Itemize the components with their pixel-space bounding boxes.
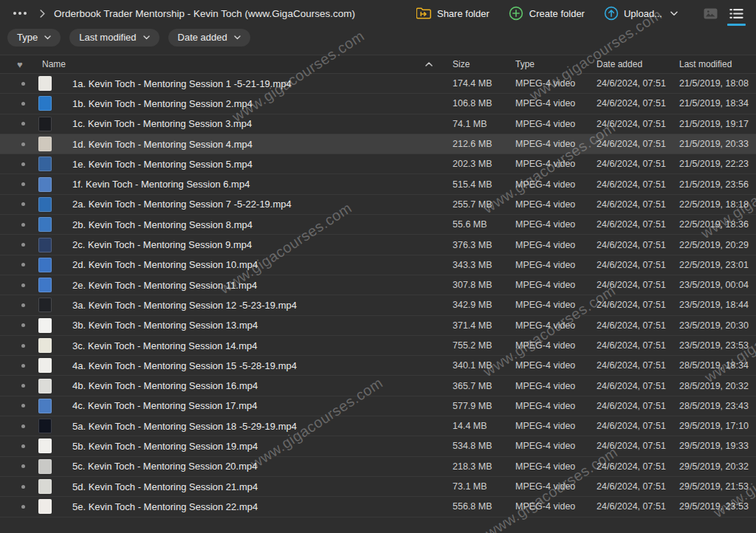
file-size: 515.4 MB <box>441 179 509 190</box>
file-size: 577.9 MB <box>441 401 509 411</box>
file-type: MPEG-4 video <box>509 340 591 351</box>
sort-ascending-icon <box>425 62 433 66</box>
file-last-modified: 22/5/2019, 18:36 <box>673 219 756 230</box>
label-dot-icon <box>21 122 25 125</box>
video-thumbnail <box>38 117 52 131</box>
share-folder-button[interactable]: Share folder <box>409 4 497 22</box>
table-row[interactable]: 4b. Kevin Toch - Mentoring Session 16.mp… <box>0 376 756 396</box>
file-last-modified: 21/5/2019, 18:34 <box>673 98 756 109</box>
file-date-added: 24/6/2024, 07:51 <box>591 340 673 351</box>
table-row[interactable]: 2b. Kevin Toch - Mentoring Session 8.mp4… <box>0 215 756 235</box>
table-row[interactable]: 2c. Kevin Toch - Mentoring Session 9.mp4… <box>0 235 756 255</box>
file-last-modified: 28/5/2019, 23:43 <box>673 401 756 411</box>
table-row[interactable]: 5c. Kevin Toch - Mentoring Session 20.mp… <box>0 457 756 477</box>
table-row[interactable]: 3c. Kevin Toch - Mentoring Session 14.mp… <box>0 336 756 356</box>
label-dot-icon <box>21 303 25 307</box>
file-name: 5a. Kevin Toch - Mentoring Session 18 -5… <box>66 421 441 432</box>
date-added-column-header[interactable]: Date added <box>591 59 673 69</box>
table-row[interactable]: 1e. Kevin Toch - Mentoring Session 5.mp4… <box>0 154 756 174</box>
video-thumbnail <box>38 76 52 91</box>
chevron-right-icon <box>38 10 47 18</box>
video-thumbnail <box>38 399 52 413</box>
label-dot-icon <box>21 444 25 448</box>
file-name: 3c. Kevin Toch - Mentoring Session 14.mp… <box>66 340 441 351</box>
file-type: MPEG-4 video <box>509 240 591 250</box>
video-thumbnail <box>38 238 52 252</box>
file-size: 340.1 MB <box>441 360 509 371</box>
upload-button[interactable]: Upload... <box>597 3 685 24</box>
favorite-column-header[interactable]: ♥ <box>0 60 38 69</box>
file-date-added: 24/6/2024, 07:51 <box>591 139 673 149</box>
heart-icon: ♥ <box>17 60 23 69</box>
label-dot-icon <box>21 182 25 186</box>
filter-last-modified[interactable]: Last modified <box>69 29 159 47</box>
file-type: MPEG-4 video <box>509 98 591 109</box>
file-date-added: 24/6/2024, 07:51 <box>591 280 673 290</box>
table-row[interactable]: 3a. Kevin Toch - Mentoring Session 12 -5… <box>0 295 756 315</box>
video-thumbnail <box>38 318 52 333</box>
table-row[interactable]: 5d. Kevin Toch - Mentoring Session 21.mp… <box>0 477 756 497</box>
label-dot-icon <box>21 142 25 146</box>
video-thumbnail <box>38 439 52 453</box>
file-name: 1f. Kevin Toch - Mentoring Session 6.mp4 <box>66 179 441 190</box>
image-view-icon <box>704 8 718 19</box>
breadcrumb[interactable]: Orderbook Trader Mentorship - Kevin Toch… <box>54 8 355 19</box>
table-row[interactable]: 5a. Kevin Toch - Mentoring Session 18 -5… <box>0 416 756 436</box>
file-size: 174.4 MB <box>441 78 509 89</box>
filter-type[interactable]: Type <box>7 29 61 47</box>
file-last-modified: 21/5/2019, 23:56 <box>673 179 756 190</box>
file-type: MPEG-4 video <box>509 481 591 492</box>
file-date-added: 24/6/2024, 07:51 <box>591 119 673 129</box>
file-name: 2a. Kevin Toch - Mentoring Session 7 -5-… <box>66 199 441 210</box>
file-date-added: 24/6/2024, 07:51 <box>591 159 673 169</box>
table-row[interactable]: 1c. Kevin Toch - Mentoring Session 3.mp4… <box>0 114 756 134</box>
size-column-header[interactable]: Size <box>441 59 509 69</box>
file-type: MPEG-4 video <box>509 501 591 512</box>
more-menu-button[interactable] <box>9 9 31 18</box>
table-row[interactable]: 2d. Kevin Toch - Mentoring Session 10.mp… <box>0 255 756 275</box>
last-modified-column-header[interactable]: Last modified <box>673 59 756 69</box>
list-view-button[interactable] <box>726 5 747 22</box>
file-name: 2c. Kevin Toch - Mentoring Session 9.mp4 <box>66 239 441 250</box>
file-type: MPEG-4 video <box>509 441 591 451</box>
file-type: MPEG-4 video <box>509 159 591 169</box>
file-type: MPEG-4 video <box>509 219 591 230</box>
file-type: MPEG-4 video <box>509 78 591 89</box>
table-row[interactable]: 2e. Kevin Toch - Mentoring Session 11.mp… <box>0 275 756 295</box>
file-last-modified: 29/5/2019, 17:10 <box>673 421 756 431</box>
table-row[interactable]: 5b. Kevin Toch - Mentoring Session 19.mp… <box>0 436 756 456</box>
file-last-modified: 21/5/2019, 20:33 <box>673 139 756 149</box>
file-size: 106.8 MB <box>441 98 509 109</box>
label-dot-icon <box>21 263 25 266</box>
file-last-modified: 29/5/2019, 23:53 <box>673 501 756 512</box>
video-thumbnail <box>38 177 52 192</box>
file-size: 255.7 MB <box>441 199 509 210</box>
file-size: 212.6 MB <box>441 139 509 149</box>
table-row[interactable]: 3b. Kevin Toch - Mentoring Session 13.mp… <box>0 316 756 336</box>
file-date-added: 24/6/2024, 07:51 <box>591 240 673 250</box>
table-row[interactable]: 1d. Kevin Toch - Mentoring Session 4.mp4… <box>0 134 756 154</box>
name-column-header[interactable]: Name <box>38 59 441 69</box>
create-folder-button[interactable]: Create folder <box>501 3 592 24</box>
type-column-header[interactable]: Type <box>509 59 591 69</box>
table-row[interactable]: 4c. Kevin Toch - Mentoring Session 17.mp… <box>0 396 756 416</box>
table-row[interactable]: 2a. Kevin Toch - Mentoring Session 7 -5-… <box>0 195 756 215</box>
video-thumbnail <box>38 499 52 514</box>
file-size: 74.1 MB <box>441 119 509 129</box>
file-date-added: 24/6/2024, 07:51 <box>591 300 673 310</box>
table-row[interactable]: 5e. Kevin Toch - Mentoring Session 22.mp… <box>0 497 756 517</box>
file-last-modified: 22/5/2019, 20:29 <box>673 240 756 250</box>
table-row[interactable]: 1a. Kevin Toch - Mentoring Session 1 -5-… <box>0 74 756 94</box>
table-row[interactable]: 1f. Kevin Toch - Mentoring Session 6.mp4… <box>0 174 756 194</box>
top-toolbar: Orderbook Trader Mentorship - Kevin Toch… <box>0 0 756 27</box>
file-date-added: 24/6/2024, 07:51 <box>591 78 673 89</box>
table-row[interactable]: 4a. Kevin Toch - Mentoring Session 15 -5… <box>0 356 756 376</box>
video-thumbnail <box>38 96 52 111</box>
label-dot-icon <box>21 404 25 408</box>
label-dot-icon <box>21 424 25 428</box>
file-last-modified: 23/5/2019, 23:53 <box>673 340 756 351</box>
label-dot-icon <box>21 243 25 247</box>
table-row[interactable]: 1b. Kevin Toch - Mentoring Session 2.mp4… <box>0 94 756 114</box>
filter-date-added[interactable]: Date added <box>168 29 250 47</box>
thumbnail-view-button[interactable] <box>700 5 721 22</box>
